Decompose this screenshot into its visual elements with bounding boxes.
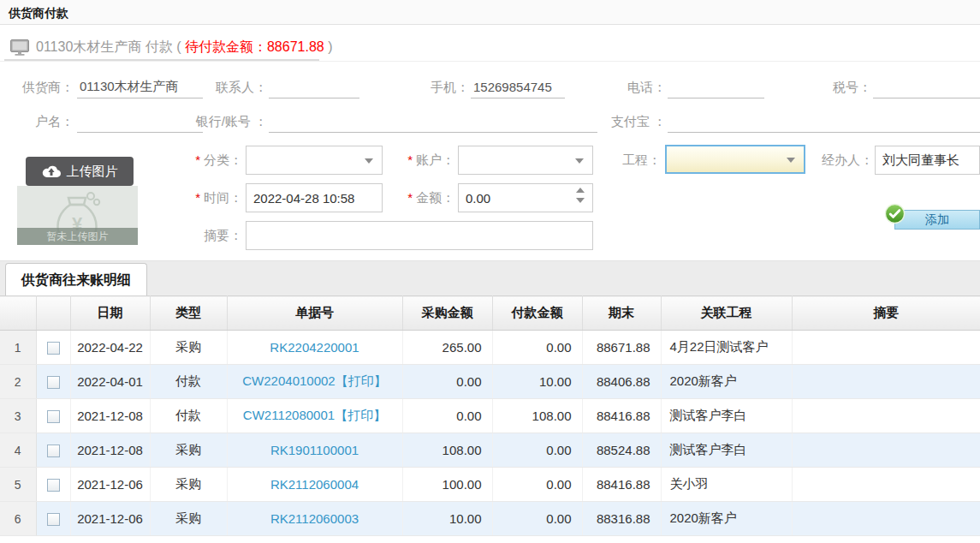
category-label: *分类：	[165, 146, 242, 175]
image-placeholder[interactable]: ¥ 暂未上传图片	[17, 186, 138, 245]
doc-link[interactable]: RK2204220001	[270, 340, 359, 355]
cell-project: 2020新客户	[661, 365, 792, 399]
doc-link[interactable]: RK2112060003	[270, 511, 359, 526]
account-label: *账户：	[381, 146, 454, 175]
cell-summary	[792, 468, 980, 502]
col-balance: 期末	[582, 296, 661, 331]
print-link[interactable]: 【打印】	[336, 373, 387, 388]
cell-type: 采购	[150, 502, 227, 536]
supplier-payment-page: 供货商付款 01130木材生产商 付款 ( 待付款金额：88671.88 ) 供…	[0, 0, 980, 543]
table-row: 5 2021-12-06 采购 RK2112060004 100.00 0.00…	[0, 468, 980, 502]
mobile-input[interactable]	[471, 76, 565, 98]
col-row-number	[0, 296, 36, 331]
table-row: 1 2022-04-22 采购 RK2204220001 265.00 0.00…	[0, 331, 980, 365]
summary-label: 摘要：	[165, 221, 242, 250]
tax-label: 税号：	[803, 76, 871, 98]
cell-balance: 88316.88	[582, 502, 661, 536]
cell-date: 2022-04-01	[70, 365, 150, 399]
tax-input[interactable]	[873, 76, 980, 98]
amount-label: *金额：	[381, 183, 454, 212]
cell-date: 2021-12-08	[70, 399, 150, 433]
cell-payment: 0.00	[492, 502, 582, 536]
table-row: 4 2021-12-08 采购 RK1901100001 108.00 0.00…	[0, 433, 980, 468]
print-link[interactable]: 【打印】	[335, 408, 386, 422]
cell-payment: 0.00	[492, 468, 582, 502]
row-checkbox[interactable]	[47, 479, 60, 492]
account-select[interactable]	[458, 146, 593, 175]
detail-tabstrip: 供货商往来账明细	[0, 260, 980, 295]
cell-purchase: 10.00	[402, 502, 492, 536]
chevron-down-icon	[575, 158, 584, 164]
col-select	[36, 296, 70, 331]
project-select[interactable]	[665, 145, 805, 174]
ledger-table: 日期 类型 单据号 采购金额 付款金额 期末 关联工程 摘要 1 2022-04…	[0, 295, 980, 536]
row-checkbox[interactable]	[47, 513, 60, 526]
supplier-payment-heading: 01130木材生产商 付款 ( 待付款金额：88671.88 )	[36, 39, 332, 57]
supplier-input[interactable]	[77, 76, 203, 98]
no-image-overlay: 暂未上传图片	[17, 228, 138, 245]
cell-payment: 0.00	[492, 433, 582, 468]
cell-project: 4月22日测试客户	[661, 331, 792, 365]
cell-project: 2020新客户	[661, 502, 792, 536]
summary-input[interactable]	[246, 221, 593, 250]
table-row: 2 2022-04-01 付款 CW2204010002【打印】 0.00 10…	[0, 365, 980, 399]
row-number: 5	[0, 468, 36, 502]
doc-link[interactable]: CW2112080001	[243, 408, 335, 422]
cell-payment: 10.00	[492, 365, 582, 399]
cell-purchase: 0.00	[402, 399, 492, 433]
upload-image-button[interactable]: 上传图片	[26, 157, 134, 186]
doc-link[interactable]: CW2204010002	[242, 373, 335, 388]
add-button[interactable]: 添加	[894, 210, 980, 230]
cell-balance: 88524.88	[582, 433, 661, 468]
cell-summary	[792, 331, 980, 365]
handler-input[interactable]	[875, 146, 980, 175]
category-select[interactable]	[246, 146, 383, 175]
required-mark: *	[407, 152, 413, 167]
row-checkbox[interactable]	[47, 342, 60, 355]
row-checkbox[interactable]	[47, 376, 60, 389]
cell-type: 采购	[150, 331, 227, 365]
phone-label: 电话：	[597, 76, 666, 98]
cell-balance: 88416.88	[582, 399, 661, 433]
cell-payment: 0.00	[492, 331, 582, 365]
upload-image-label: 上传图片	[67, 164, 118, 180]
cell-balance: 88416.88	[582, 468, 661, 502]
cell-date: 2022-04-22	[70, 331, 150, 365]
doc-link[interactable]: RK1901100001	[270, 443, 359, 457]
amount-input[interactable]	[458, 183, 593, 212]
alipay-input[interactable]	[668, 110, 980, 133]
cell-purchase: 265.00	[402, 331, 492, 365]
table-row: 6 2021-12-06 采购 RK2112060003 10.00 0.00 …	[0, 502, 980, 536]
cloud-upload-icon	[42, 164, 61, 178]
tab-supplier-ledger[interactable]: 供货商往来账明细	[5, 263, 147, 296]
col-purchase-amount: 采购金额	[402, 296, 492, 331]
mobile-label: 手机：	[401, 76, 469, 98]
time-input[interactable]	[246, 183, 383, 212]
row-number: 6	[0, 502, 36, 536]
cell-type: 付款	[150, 399, 227, 433]
amount-stepper[interactable]	[576, 188, 586, 203]
spinner-down-icon[interactable]	[576, 198, 585, 203]
doc-link[interactable]: RK2112060004	[270, 477, 359, 492]
handler-label: 经办人：	[799, 146, 873, 175]
col-summary: 摘要	[792, 296, 980, 331]
cell-date: 2021-12-06	[70, 502, 150, 536]
cell-summary	[792, 399, 980, 433]
check-icon	[884, 203, 906, 224]
table-header-row: 日期 类型 单据号 采购金额 付款金额 期末 关联工程 摘要	[0, 296, 980, 331]
bank-label: 银行/账号 ：	[178, 110, 267, 133]
row-checkbox[interactable]	[47, 445, 60, 457]
cell-project: 测试客户李白	[661, 433, 792, 468]
phone-input[interactable]	[668, 76, 764, 98]
bank-input[interactable]	[269, 110, 597, 133]
table-row: 3 2021-12-08 付款 CW2112080001【打印】 0.00 10…	[0, 399, 980, 433]
monitor-icon	[10, 39, 29, 56]
cell-summary	[792, 433, 980, 468]
row-number: 4	[0, 433, 36, 468]
row-checkbox[interactable]	[47, 410, 60, 423]
cell-type: 采购	[150, 433, 227, 468]
section-header: 01130木材生产商 付款 ( 待付款金额：88671.88 )	[10, 34, 332, 60]
cell-balance: 88671.88	[582, 331, 661, 365]
contact-input[interactable]	[269, 76, 359, 98]
spinner-up-icon[interactable]	[576, 188, 585, 193]
